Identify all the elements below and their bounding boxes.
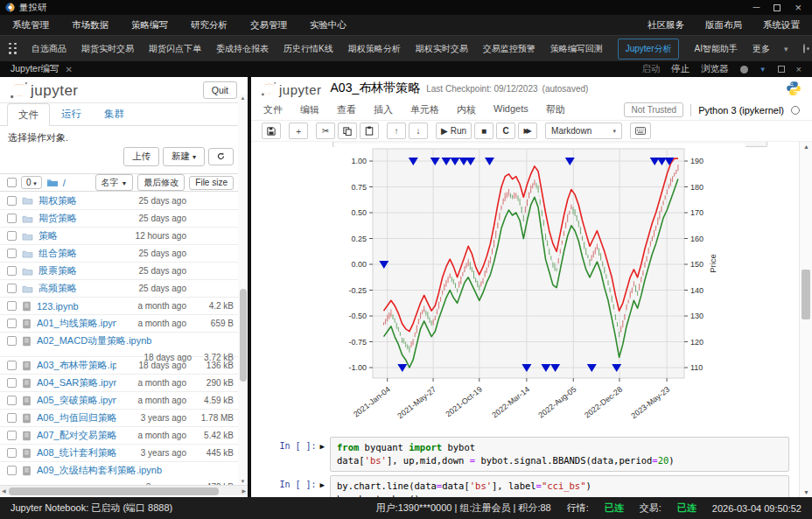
menu-item[interactable]: 社区服务 [648,19,684,32]
file-link[interactable]: 123.ipynb [37,301,116,312]
file-checkbox[interactable] [7,378,17,388]
interrupt-kernel-button[interactable]: ■ [474,123,494,139]
file-checkbox[interactable] [7,214,17,223]
breadcrumb-root[interactable]: / [63,178,66,188]
file-checkbox[interactable] [7,196,17,206]
notebook-menu-item[interactable]: 文件 [263,103,283,116]
move-cell-down-button[interactable]: ↓ [409,123,428,139]
notebook-scroll-area[interactable]: 1.000.750.500.250.00-0.25-0.50-0.75-1.00… [251,142,812,497]
menu-item[interactable]: 版面布局 [705,19,742,32]
restart-kernel-button[interactable]: C [496,123,515,139]
file-checkbox[interactable] [7,319,17,328]
module-tab[interactable]: 历史行情K线 [284,43,333,55]
file-checkbox[interactable] [7,466,17,475]
menu-item[interactable]: 策略编写 [131,19,168,32]
dropdown-triangle-icon[interactable]: ▼ [760,66,766,74]
start-button[interactable]: 启动 [641,63,660,75]
code-editor[interactable]: from byquant import bybotdata['bs'], up,… [330,437,789,472]
new-dropdown-button[interactable]: 新建 ▾ [163,147,205,166]
folder-breadcrumb-icon[interactable] [46,178,59,187]
notebook-menu-item[interactable]: 查看 [337,103,356,116]
scroll-up-icon[interactable]: ▲ [238,95,248,101]
cut-cell-button[interactable]: ✂ [316,123,335,139]
run-cell-button[interactable]: ▶ Run [436,123,472,139]
file-row[interactable]: 高频策略25 days ago [0,279,238,297]
notebook-menu-item[interactable]: 帮助 [546,103,565,116]
browser-tab[interactable]: 文件 [7,103,50,126]
file-link[interactable]: A03_布林带策略.ipynb [37,359,116,372]
settings-gear-icon[interactable] [803,44,805,53]
sort-by-name-button[interactable]: 名字 ▼ [95,174,134,191]
file-checkbox[interactable] [7,231,17,241]
save-button[interactable] [262,123,281,139]
stop-button[interactable]: 停止 [671,63,690,75]
file-link[interactable]: A09_次级结构套利策略.ipynb [37,464,234,477]
module-tab[interactable]: Jupyter分析 [618,39,680,60]
file-row[interactable]: 123.ipynba month ago4.2 kB [0,297,238,314]
file-row[interactable]: A09_次级结构套利策略.ipynb3 years ago472 kB [0,461,238,486]
file-checkbox[interactable] [7,431,17,440]
copy-cell-button[interactable] [338,123,357,139]
run-cell-icon[interactable]: ▶ [320,442,325,451]
file-checkbox[interactable] [7,301,17,311]
code-cell[interactable]: In [ ]:▶ by.chart.line(data=data['bs'], … [251,475,789,497]
close-button[interactable]: × [794,3,802,12]
sidebar-horizontal-scrollbar[interactable]: ◀ ▶ [0,485,248,495]
upload-button[interactable]: 上传 [123,147,159,166]
scroll-right-icon[interactable]: ▶ [242,487,246,494]
module-tab[interactable]: 期权实时交易 [416,43,468,55]
file-link[interactable]: A07_配对交易策略.ipynb [37,429,116,442]
menu-item[interactable]: 系统设置 [763,19,800,32]
browser-button[interactable]: 浏览器 [701,63,729,75]
file-checkbox[interactable] [7,266,17,276]
file-row[interactable]: A02_MACD动量策略.ipynb18 days ago3.72 kB [0,332,238,356]
file-link[interactable]: A02_MACD动量策略.ipynb [37,334,234,347]
file-row[interactable]: A05_突破策略.ipynba month ago4.59 kB [0,391,238,409]
module-tab[interactable]: 策略编写回测 [550,43,603,55]
minimize-button[interactable]: ─ [753,3,760,12]
file-row[interactable]: A01_均线策略.ipynba month ago659 B [0,314,238,332]
file-row[interactable]: A06_均值回归策略.ipynb3 years ago1.78 MB [0,409,238,426]
sidebar-vertical-scrollbar[interactable]: ▲ ▼ [238,95,248,485]
notebook-menu-item[interactable]: 插入 [374,103,393,116]
paste-cell-button[interactable] [360,123,379,139]
file-checkbox[interactable] [7,448,17,458]
code-cell[interactable]: In [ ]:▶ from byquant import bybotdata['… [251,437,789,472]
menu-item[interactable]: 市场数据 [72,19,108,32]
quit-button[interactable]: Quit [203,81,237,99]
file-link[interactable]: A01_均线策略.ipynb [37,317,116,330]
notebook-menu-item[interactable]: 内核 [457,103,476,116]
notebook-vertical-scrollbar[interactable]: ▲ ▼ [799,142,812,497]
file-checkbox[interactable] [7,284,17,293]
help-icon[interactable] [740,66,748,74]
file-link[interactable]: A04_SAR策略.ipynb [37,376,116,389]
restart-run-all-button[interactable]: ▶▶ [518,123,537,139]
menu-item[interactable]: 交易管理 [250,19,287,32]
chevron-down-icon[interactable]: ▾ [784,45,788,53]
file-checkbox[interactable] [7,336,17,346]
file-link[interactable]: A08_统计套利策略.ipynb [37,446,116,459]
browser-tab[interactable]: 运行 [50,102,93,125]
close-panel-icon[interactable]: × [796,64,802,74]
file-link[interactable]: 高频策略 [38,282,116,295]
file-link[interactable]: A05_突破策略.ipynb [37,394,116,407]
module-tab[interactable]: 自选商品 [32,43,66,55]
file-row[interactable]: A07_配对交易策略.ipynba month ago5.42 kB [0,426,238,444]
file-checkbox[interactable] [7,361,17,370]
apps-grid-icon[interactable] [9,43,18,55]
menu-item[interactable]: 系统管理 [12,19,49,32]
selected-count-dropdown[interactable]: 0 ▾ [21,176,42,189]
file-link[interactable]: A06_均值回归策略.ipynb [37,411,116,424]
file-link[interactable]: 股票策略 [38,264,116,277]
command-palette-button[interactable] [630,123,651,139]
menu-item[interactable]: 实验中心 [310,19,346,32]
menu-item[interactable]: 研究分析 [191,19,228,32]
notebook-menu-item[interactable]: 单元格 [410,103,439,116]
file-row[interactable]: 组合策略25 days ago [0,244,238,262]
notebook-menu-item[interactable]: 编辑 [300,103,319,116]
tab-jupyter-editor[interactable]: Jupyter编写 [10,63,59,75]
notebook-title[interactable]: A03_布林带策略 [331,81,421,96]
file-link[interactable]: 期货策略 [38,212,116,225]
trust-status-button[interactable]: Not Trusted [624,102,683,117]
file-link[interactable]: 策略 [38,229,116,242]
